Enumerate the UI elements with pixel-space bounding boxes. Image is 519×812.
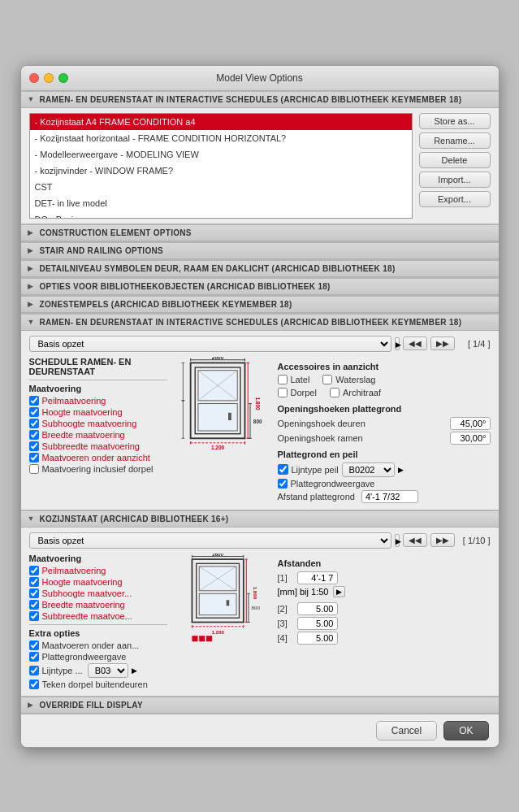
check-dorpel-input[interactable] <box>29 464 39 474</box>
override-header[interactable]: ▶ OVERRIDE FILL DISPLAY <box>21 697 499 714</box>
check-subhoogte: Subhoogte maatvoering <box>29 419 167 428</box>
kcheck-lijn-input[interactable] <box>29 666 39 675</box>
check-architraaf-input[interactable] <box>330 388 340 397</box>
afstand-1-input[interactable] <box>297 571 338 584</box>
kcheck-hoogte-input[interactable] <box>29 577 39 587</box>
combinations-header[interactable]: ▼ RAMEN- EN DEURENSTAAT IN INTERACTIVE S… <box>21 91 499 108</box>
svg-text:1.800: 1.800 <box>253 586 258 599</box>
kcheck-breedte-input[interactable] <box>29 600 39 610</box>
combo-item[interactable]: - Modelleerweergave - MODELING VIEW <box>30 146 412 163</box>
minimize-button[interactable] <box>44 73 54 83</box>
combo-buttons-panel: Store as... Rename... Delete Import... E… <box>419 113 491 219</box>
opties-header[interactable]: ▶ OPTIES VOOR BIBLIOTHEEKOBJECTEN (ARCHI… <box>21 278 499 295</box>
afstand-2-input[interactable] <box>297 602 338 615</box>
kcheck-subhoogte: Subhoogte maatvoer... <box>29 588 167 598</box>
angle-deuren-input[interactable] <box>450 417 491 430</box>
afstand-3-input[interactable] <box>297 617 338 630</box>
stair-header[interactable]: ▶ STAIR AND RAILING OPTIONS <box>21 242 499 259</box>
delete-button[interactable]: Delete <box>419 152 491 168</box>
cancel-button[interactable]: Cancel <box>376 721 437 740</box>
combo-item[interactable]: DET- in live model <box>30 195 412 211</box>
plattegrond-check[interactable] <box>278 479 288 489</box>
combo-item[interactable]: - Kozijnstaat A4 FRAME CONDITION a4 <box>30 114 412 130</box>
kozijn-next-btn[interactable]: ▶▶ <box>430 533 455 547</box>
lijntype-select[interactable]: B0202 <box>342 462 395 477</box>
check-subhoogte-input[interactable] <box>29 419 39 428</box>
ramen-header[interactable]: ▼ RAMEN- EN DEURENSTAAT IN INTERACTIVE S… <box>21 314 499 331</box>
check-dorpel2-label: Dorpel <box>291 388 317 397</box>
lijntype-expand[interactable]: ▶ <box>398 466 404 474</box>
kcheck-breedte-label: Breedte maatvoering <box>42 600 125 610</box>
main-window: Model View Options ▼ RAMEN- EN DEURENSTA… <box>20 65 500 748</box>
ramen-preset-arrow[interactable]: ▶ <box>395 337 400 350</box>
stair-title: STAIR AND RAILING OPTIONS <box>40 246 164 255</box>
kcheck-lijn-label: Lijntype ... <box>42 666 83 675</box>
angle-ramen-row: Openingshoek ramen <box>278 432 491 445</box>
kozijn-header[interactable]: ▼ KOZIJNSTAAT (ARCHICAD BIBLIOTHEEK 16+) <box>21 510 499 528</box>
check-breedte-input[interactable] <box>29 430 39 440</box>
svg-rect-3 <box>197 403 236 430</box>
afstand-input[interactable] <box>361 490 418 503</box>
check-hoogte-label: Hoogte maatvoering <box>42 407 123 417</box>
kcheck-lijn-expand[interactable]: ▶ <box>132 667 137 675</box>
kcheck-peil-input[interactable] <box>29 566 39 575</box>
check-waterslag-input[interactable] <box>322 375 332 384</box>
construction-header[interactable]: ▶ CONSTRUCTION ELEMENT OPTIONS <box>21 224 499 241</box>
rename-button[interactable]: Rename... <box>419 132 491 149</box>
svg-rect-6 <box>228 412 231 419</box>
kcheck-plat-input[interactable] <box>29 652 39 662</box>
detail-header[interactable]: ▶ DETAILNIVEAU SYMBOLEN DEUR, RAAM EN DA… <box>21 260 499 277</box>
stair-arrow: ▶ <box>28 246 36 254</box>
angle-ramen-input[interactable] <box>450 432 491 445</box>
kcheck-subhoogte-input[interactable] <box>29 588 39 598</box>
check-latel-input[interactable] <box>278 375 288 384</box>
check-peil-input[interactable] <box>29 396 39 406</box>
check-onder-input[interactable] <box>29 453 39 462</box>
ok-button[interactable]: OK <box>443 721 488 740</box>
zone-header[interactable]: ▶ ZONESTEMPELS (ARCHICAD BIBLIOTHEEK KEY… <box>21 296 499 313</box>
afstand-4-input[interactable] <box>297 632 338 645</box>
store-button[interactable]: Store as... <box>419 113 491 129</box>
kcheck-lijn-select[interactable]: B0301 <box>88 663 128 678</box>
ramen-section: ▼ RAMEN- EN DEURENSTAAT IN INTERACTIVE S… <box>21 313 499 510</box>
svg-rect-35 <box>226 600 229 606</box>
combo-item[interactable]: - kozijnvinder - WINDOW FRAME? <box>30 163 412 179</box>
kozijn-maatvoering-title: Maatvoering <box>29 554 167 563</box>
check-breedte-label: Breedte maatvoering <box>42 430 125 440</box>
combo-item[interactable]: - Kozijnstaat horizontaal - FRAME CONDIT… <box>30 130 412 146</box>
accessoires-row2: Dorpel Architraaf <box>278 388 491 399</box>
check-dorpel2: Dorpel <box>278 388 317 397</box>
import-button[interactable]: Import... <box>419 172 491 188</box>
opties-title: OPTIES VOOR BIBLIOTHEEKOBJECTEN (ARCHICA… <box>40 282 331 291</box>
close-button[interactable] <box>29 73 39 83</box>
combo-item[interactable]: DO - Basis <box>30 211 412 219</box>
kozijn-prev-btn[interactable]: ◀◀ <box>403 533 427 547</box>
check-subhoogte-label: Subhoogte maatvoering <box>42 419 137 428</box>
export-button[interactable]: Export... <box>419 191 491 207</box>
kozijn-left-panel: Maatvoering Peilmaatvoering Hoogte maatv… <box>29 554 167 691</box>
kcheck-onder-input[interactable] <box>29 640 39 650</box>
kcheck-teken-input[interactable] <box>29 680 39 689</box>
check-architraaf: Architraaf <box>330 388 381 397</box>
mm-expand[interactable]: ▶ <box>333 586 345 597</box>
kozijn-diagram: 2600 1.800 800 <box>174 554 263 643</box>
ramen-prev-btn[interactable]: ◀◀ <box>403 337 427 350</box>
ramen-next-btn[interactable]: ▶▶ <box>430 337 455 350</box>
detail-section: ▶ DETAILNIVEAU SYMBOLEN DEUR, RAAM EN DA… <box>21 259 499 277</box>
combinations-list[interactable]: - Kozijnstaat A4 FRAME CONDITION a4- Koz… <box>29 113 413 219</box>
check-hoogte-input[interactable] <box>29 407 39 417</box>
kozijn-preset-select[interactable]: Basis opzet <box>29 532 391 549</box>
afstand-3-row: [3] <box>278 617 491 630</box>
check-subbreedte-input[interactable] <box>29 441 39 451</box>
check-peil: Peilmaatvoering <box>29 396 167 406</box>
lijntype-check[interactable] <box>278 464 288 475</box>
combo-item[interactable]: CST <box>30 179 412 195</box>
override-title: OVERRIDE FILL DISPLAY <box>40 701 143 710</box>
check-dorpel2-input[interactable] <box>278 388 288 397</box>
ramen-preset-select[interactable]: Basis opzet <box>29 336 391 352</box>
kozijn-preset-arrow[interactable]: ▶ <box>395 534 400 547</box>
maximize-button[interactable] <box>58 73 68 83</box>
kcheck-subbreedte-input[interactable] <box>29 611 39 621</box>
svg-rect-53 <box>199 636 205 641</box>
kcheck-subbreedte: Subbreedte maatvoe... <box>29 611 167 621</box>
